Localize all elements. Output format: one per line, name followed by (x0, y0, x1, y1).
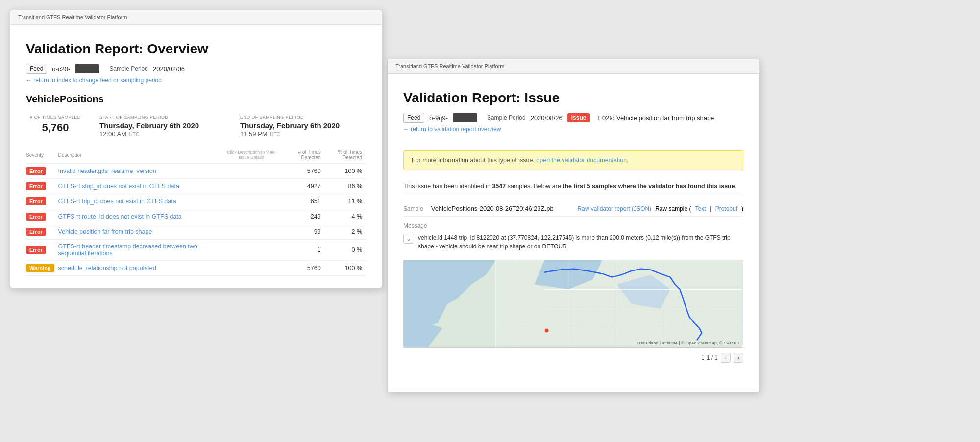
message-text: vehicle.id 1448 trip_id 8122020 at (37.7… (418, 233, 743, 251)
issue-feed-prefix: o-9q9- (429, 114, 448, 122)
sample-label: Sample (403, 205, 423, 212)
stat-end-date: Thursday, February 6th 2020 (240, 122, 366, 130)
overview-section-heading: VehiclePositions (26, 94, 366, 105)
map-attribution: Transitland | Interline | © OpenStreetMa… (637, 341, 739, 345)
severity-cell: Error (26, 224, 58, 240)
overview-titlebar: Transitland GTFS Realtime Validator Plat… (10, 10, 382, 25)
severity-cell: Error (26, 194, 58, 209)
issue-return-link[interactable]: return to validation report overview (403, 126, 501, 133)
col-times-detected: # of Times Detected (285, 147, 325, 164)
issue-heading: Validation Report: Issue (403, 90, 743, 106)
overview-app-title: Transitland GTFS Realtime Validator Plat… (18, 14, 127, 20)
description-link[interactable]: schedule_relationship not populated (58, 265, 156, 271)
col-click-hint: Click Description to View Issue Details (222, 147, 285, 164)
svg-rect-1 (496, 260, 743, 347)
sample-desc-pre: This issue has been identified in (403, 183, 492, 190)
sample-value: VehiclePositions-2020-08-26T20:46:23Z.pb (431, 205, 554, 212)
overview-heading: Validation Report: Overview (26, 41, 366, 57)
issue-window: Transitland GTFS Realtime Validator Plat… (387, 59, 760, 392)
sample-count: 3547 (492, 183, 506, 190)
overview-feed-row: Feed o-c20- Sample Period 2020/02/06 (26, 64, 366, 74)
prev-page-btn[interactable]: ‹ (721, 353, 731, 363)
table-header-row: Severity Description Click Description t… (26, 147, 366, 164)
sample-row: Sample VehiclePositions-2020-08-26T20:46… (403, 201, 743, 217)
description-cell[interactable]: Invalid header.gtfs_realtime_version (58, 164, 222, 179)
pct-detected-cell: 100 % (325, 261, 366, 276)
description-cell[interactable]: schedule_relationship not populated (58, 261, 222, 276)
validator-doc-link[interactable]: open the validator documentation (536, 157, 627, 164)
description-cell[interactable]: GTFS-rt trip_id does not exist in GTFS d… (58, 194, 222, 209)
empty-cell (222, 209, 285, 224)
issue-feed-row: Feed o-9q9- Sample Period 2020/08/26 Iss… (403, 113, 743, 123)
sample-description: This issue has been identified in 3547 s… (403, 178, 743, 195)
severity-badge: Error (26, 246, 46, 254)
pct-detected-cell: 2 % (325, 224, 366, 240)
pct-detected-cell: 86 % (325, 179, 366, 194)
stat-start-label: START OF SAMPLING PERIOD (99, 115, 225, 120)
severity-badge: Error (26, 197, 46, 205)
table-row: ErrorGTFS-rt stop_id does not exist in G… (26, 179, 366, 194)
description-link[interactable]: GTFS-rt header timestamp decreased betwe… (58, 243, 197, 257)
empty-cell (222, 194, 285, 209)
description-cell[interactable]: Vehicle position far from trip shape (58, 224, 222, 240)
table-row: ErrorVehicle position far from trip shap… (26, 224, 366, 240)
stat-times-label: # OF TIMES SAMPLED (26, 115, 85, 120)
stat-start-time-val: 12:00 AM (99, 130, 126, 138)
stat-end-time-val: 11:59 PM (240, 130, 268, 138)
times-detected-cell: 651 (285, 194, 325, 209)
raw-sample-sep: | (710, 205, 711, 212)
issues-table: Severity Description Click Description t… (26, 147, 366, 276)
description-link[interactable]: GTFS-rt route_id does not exist in GTFS … (58, 213, 182, 220)
issue-badge: Issue (567, 113, 590, 122)
issue-feed-label: Feed (403, 113, 424, 123)
severity-badge: Error (26, 213, 46, 221)
empty-cell (222, 224, 285, 240)
description-link[interactable]: GTFS-rt stop_id does not exist in GTFS d… (58, 183, 179, 190)
table-row: ErrorInvalid header.gtfs_realtime_versio… (26, 164, 366, 179)
raw-report-link[interactable]: Raw validator report (JSON) (577, 205, 651, 212)
table-row: ErrorGTFS-rt route_id does not exist in … (26, 209, 366, 224)
times-detected-cell: 99 (285, 224, 325, 240)
empty-cell (222, 261, 285, 276)
description-cell[interactable]: GTFS-rt header timestamp decreased betwe… (58, 240, 222, 261)
description-link[interactable]: Vehicle position far from trip shape (58, 228, 152, 235)
severity-badge: Error (26, 228, 46, 236)
overview-return-link[interactable]: return to index to change feed or sampli… (26, 77, 162, 84)
pct-detected-cell: 100 % (325, 164, 366, 179)
stat-end-time: 11:59 PM UTC (240, 130, 366, 138)
description-cell[interactable]: GTFS-rt route_id does not exist in GTFS … (58, 209, 222, 224)
next-page-btn[interactable]: › (734, 353, 743, 363)
overview-feed-label: Feed (26, 64, 47, 74)
message-expand-btn[interactable]: ⌄ (403, 234, 414, 244)
raw-sample-protobuf-link[interactable]: Protobuf (715, 205, 737, 212)
description-cell[interactable]: GTFS-rt stop_id does not exist in GTFS d… (58, 179, 222, 194)
description-link[interactable]: GTFS-rt trip_id does not exist in GTFS d… (58, 198, 176, 205)
stat-times-value: 5,760 (26, 122, 85, 134)
empty-cell (222, 179, 285, 194)
table-row: Warningschedule_relationship not populat… (26, 261, 366, 276)
stat-start: START OF SAMPLING PERIOD Thursday, Febru… (99, 115, 225, 138)
overview-sample-period-label: Sample Period (109, 65, 148, 72)
severity-cell: Error (26, 164, 58, 179)
raw-sample-text-link[interactable]: Text (695, 205, 706, 212)
stat-start-time: 12:00 AM UTC (99, 130, 225, 138)
table-row: ErrorGTFS-rt trip_id does not exist in G… (26, 194, 366, 209)
severity-cell: Error (26, 240, 58, 261)
times-detected-cell: 249 (285, 209, 325, 224)
pct-detected-cell: 11 % (325, 194, 366, 209)
sample-links: Raw validator report (JSON) Raw sample (… (577, 205, 743, 212)
svg-point-10 (545, 328, 549, 332)
issue-sample-period-label: Sample Period (487, 114, 526, 121)
sample-desc-mid: samples. Below are (506, 183, 563, 190)
severity-badge: Error (26, 167, 46, 175)
info-banner: For more information about this type of … (403, 150, 743, 170)
message-row: ⌄ vehicle.id 1448 trip_id 8122020 at (37… (403, 233, 743, 251)
col-pct-detected: % of Times Detected (325, 147, 366, 164)
times-detected-cell: 1 (285, 240, 325, 261)
pct-detected-cell: 4 % (325, 209, 366, 224)
overview-stats-row: # OF TIMES SAMPLED 5,760 START OF SAMPLI… (26, 115, 366, 138)
message-section: Message ⌄ vehicle.id 1448 trip_id 812202… (403, 217, 743, 255)
stat-start-utc: UTC (129, 132, 140, 137)
raw-sample-close: ) (741, 205, 743, 212)
description-link[interactable]: Invalid header.gtfs_realtime_version (58, 168, 156, 174)
